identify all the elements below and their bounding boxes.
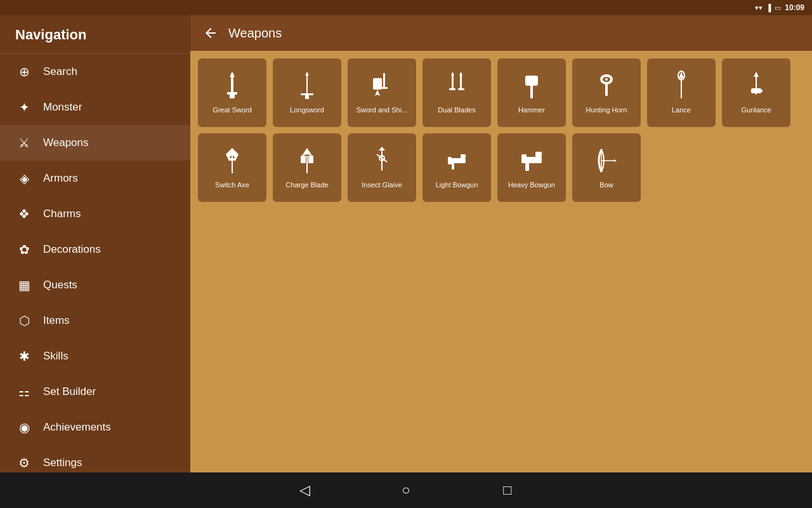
page-title: Weapons	[228, 26, 282, 41]
weapon-card-hunting-horn[interactable]: Hunting Horn	[572, 58, 641, 127]
sidebar-item-armors[interactable]: ◈Armors	[0, 161, 190, 196]
svg-marker-14	[451, 72, 454, 76]
sidebar-item-achievements[interactable]: ◉Achievements	[0, 410, 190, 445]
battery-icon: ▭	[775, 4, 781, 12]
weapon-label-light-bowgun: Light Bowgun	[436, 181, 478, 189]
sidebar-item-charms[interactable]: ❖Charms	[0, 196, 190, 232]
weapon-card-lance[interactable]: Lance	[647, 58, 716, 127]
settings-icon: ⚙	[15, 454, 33, 472]
weapon-label-dual-blades: Dual Blades	[438, 106, 475, 114]
back-button[interactable]	[203, 25, 218, 41]
weapon-icon-insect-glaive	[367, 145, 397, 176]
sidebar-item-monster[interactable]: ✦Monster	[0, 90, 190, 125]
sidebar-item-label-weapons: Weapons	[43, 137, 89, 149]
weapon-label-longsword: Longsword	[290, 106, 324, 114]
quests-icon: ▦	[15, 276, 33, 294]
achievements-icon: ◉	[15, 418, 33, 436]
sidebar-item-label-items: Items	[43, 314, 70, 327]
sidebar-item-label-monster: Monster	[43, 101, 82, 114]
main-layout: Navigation ⊕Search✦Monster⚔Weapons◈Armor…	[0, 15, 812, 472]
weapon-card-insect-glaive[interactable]: Insect Glaive	[348, 133, 416, 202]
sidebar-item-decorations[interactable]: ✿Decorations	[0, 232, 190, 267]
skills-icon: ✱	[15, 347, 33, 365]
weapon-label-hunting-horn: Hunting Horn	[586, 106, 627, 114]
svg-marker-5	[305, 72, 309, 76]
svg-rect-19	[525, 76, 538, 86]
sidebar-item-weapons[interactable]: ⚔Weapons	[0, 125, 190, 161]
weapon-icon-charge-blade	[292, 145, 322, 176]
sidebar-item-label-set-builder: Set Builder	[43, 385, 96, 398]
svg-rect-16	[449, 88, 455, 90]
svg-rect-3	[230, 95, 235, 98]
svg-rect-48	[539, 158, 542, 161]
weapon-card-great-sword[interactable]: Great Sword	[198, 58, 266, 127]
weapon-card-light-bowgun[interactable]: Light Bowgun	[422, 133, 491, 202]
sidebar-item-label-quests: Quests	[43, 279, 77, 291]
svg-rect-31	[232, 154, 233, 173]
sidebar-item-label-armors: Armors	[43, 172, 78, 185]
weapon-card-bow[interactable]: Bow	[572, 133, 641, 202]
weapon-icon-sword-shield	[367, 70, 397, 101]
items-icon: ⬡	[15, 312, 33, 330]
sidebar-item-items[interactable]: ⬡Items	[0, 303, 190, 338]
weapon-label-great-sword: Great Sword	[213, 106, 252, 114]
sidebar-item-settings[interactable]: ⚙Settings	[0, 445, 190, 472]
svg-marker-1	[230, 72, 235, 77]
home-nav-button[interactable]: ○	[393, 478, 419, 503]
status-time: 10:09	[785, 3, 804, 12]
sidebar-item-set-builder[interactable]: ⚏Set Builder	[0, 374, 190, 410]
signal-icon: ▐	[766, 4, 771, 11]
weapon-label-sword-shield: Sword and Shi...	[357, 106, 408, 114]
weapon-label-heavy-bowgun: Heavy Bowgun	[508, 181, 555, 189]
sidebar-item-label-charms: Charms	[43, 208, 81, 220]
weapon-card-hammer[interactable]: Hammer	[497, 58, 566, 127]
weapon-card-longsword[interactable]: Longsword	[273, 58, 341, 127]
svg-rect-47	[521, 154, 527, 163]
svg-marker-10	[375, 90, 380, 96]
sidebar-item-quests[interactable]: ▦Quests	[0, 267, 190, 303]
weapon-grid: Great SwordLongswordSword and Shi...Dual…	[190, 51, 812, 472]
sidebar-item-label-settings: Settings	[43, 457, 82, 469]
svg-rect-33	[306, 156, 308, 173]
sidebar-item-search[interactable]: ⊕Search	[0, 54, 190, 90]
svg-rect-43	[448, 157, 452, 164]
weapon-card-heavy-bowgun[interactable]: Heavy Bowgun	[497, 133, 566, 202]
back-nav-button[interactable]: ◁	[292, 478, 317, 503]
weapon-card-charge-blade[interactable]: Charge Blade	[273, 133, 341, 202]
weapon-label-hammer: Hammer	[518, 106, 545, 114]
weapon-card-switch-axe[interactable]: Switch Axe	[198, 133, 266, 202]
weapon-card-gunlance[interactable]: Gunlance	[722, 58, 790, 127]
svg-marker-51	[614, 159, 617, 162]
weapon-label-bow: Bow	[599, 181, 613, 189]
sidebar-item-label-search: Search	[43, 65, 77, 78]
wifi-icon: ▾▾	[755, 4, 763, 12]
weapon-icon-lance	[666, 70, 697, 101]
weapon-icon-dual-blades	[442, 70, 472, 101]
svg-rect-42	[452, 163, 454, 170]
weapon-card-dual-blades[interactable]: Dual Blades	[422, 58, 491, 127]
weapon-icon-switch-axe	[217, 145, 247, 176]
recent-nav-button[interactable]: □	[495, 478, 520, 503]
svg-rect-9	[373, 78, 382, 90]
decorations-icon: ✿	[15, 241, 33, 258]
weapon-icon-bow	[591, 145, 622, 176]
weapon-icon-longsword	[292, 70, 322, 101]
weapon-label-charge-blade: Charge Blade	[285, 181, 328, 189]
search-icon: ⊕	[15, 63, 33, 81]
weapon-icon-hunting-horn	[591, 70, 622, 101]
svg-marker-37	[379, 147, 385, 150]
sidebar-item-label-skills: Skills	[43, 350, 69, 363]
armors-icon: ◈	[15, 170, 33, 187]
sidebar-item-skills[interactable]: ✱Skills	[0, 338, 190, 374]
nav-items-container: ⊕Search✦Monster⚔Weapons◈Armors❖Charms✿De…	[0, 54, 190, 472]
content-header: Weapons	[190, 15, 812, 51]
svg-rect-32	[228, 158, 236, 161]
weapon-card-sword-shield[interactable]: Sword and Shi...	[348, 58, 416, 127]
weapon-icon-hammer	[516, 70, 547, 101]
svg-rect-2	[227, 92, 237, 95]
weapon-label-switch-axe: Switch Axe	[215, 181, 249, 189]
svg-rect-30	[759, 90, 763, 92]
bottom-bar: ◁ ○ □	[0, 472, 812, 508]
svg-rect-35	[308, 156, 313, 163]
set-builder-icon: ⚏	[15, 383, 33, 401]
